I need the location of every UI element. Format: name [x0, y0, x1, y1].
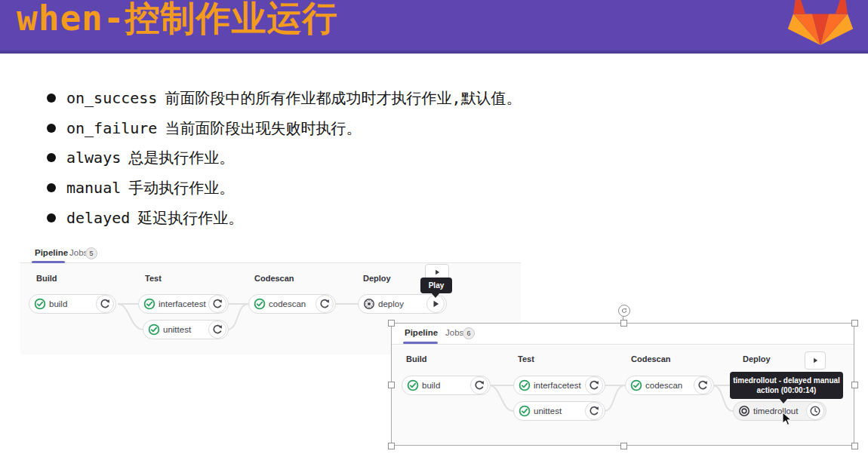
- resize-handle-bottom-right[interactable]: [851, 443, 858, 449]
- bullet-keyword: always: [66, 149, 121, 167]
- timer-button[interactable]: [806, 402, 824, 420]
- play-icon: [432, 268, 442, 277]
- job-name: interfacetest: [155, 299, 208, 308]
- success-icon: [143, 298, 155, 310]
- tooltip-line1: timedrollout - delayed manual: [733, 376, 840, 385]
- bullet-text: 前面阶段中的所有作业都成功时才执行作业,默认值。: [165, 88, 521, 109]
- scheduled-job-icon: [738, 405, 750, 417]
- tab-jobs-2[interactable]: Jobs: [445, 328, 463, 337]
- bullet-dot: [47, 183, 56, 192]
- bullet-text: 延迟执行作业。: [137, 208, 243, 228]
- success-icon: [148, 324, 160, 336]
- retry-button[interactable]: [470, 376, 488, 394]
- bullet-text: 总是执行作业。: [128, 148, 234, 168]
- resize-handle-top-right[interactable]: [851, 320, 858, 327]
- jobs-count-badge: 5: [85, 247, 97, 259]
- success-icon: [407, 379, 419, 391]
- page-title: when-控制作业运行: [17, 0, 337, 42]
- bullet-dot: [47, 213, 56, 222]
- mouse-cursor-icon: [782, 412, 794, 427]
- stage-label-build-2: Build: [406, 354, 427, 363]
- retry-button[interactable]: [694, 376, 712, 394]
- retry-icon: [99, 298, 111, 310]
- job-pill-codescan[interactable]: codescan: [248, 294, 336, 314]
- rotate-handle[interactable]: [618, 305, 630, 317]
- play-icon: [811, 356, 820, 365]
- resize-handle-mid-left[interactable]: [388, 382, 395, 388]
- retry-icon: [211, 324, 223, 336]
- job-pill-interfacetest[interactable]: interfacetest: [138, 294, 229, 314]
- bullet-dot: [47, 124, 56, 133]
- list-item: always 总是执行作业。: [47, 148, 234, 167]
- job-name: timedrollout: [750, 406, 806, 416]
- job-pill-codescan-2[interactable]: codescan: [625, 376, 714, 395]
- bullet-dot: [47, 94, 56, 103]
- stage-play-button-2[interactable]: [805, 351, 826, 370]
- job-pill-timedrollout[interactable]: timedrollout: [733, 401, 826, 421]
- play-tooltip: Play: [420, 278, 452, 293]
- retry-button[interactable]: [96, 295, 114, 313]
- header-bar: when-控制作业运行: [0, 0, 868, 54]
- job-name: build: [46, 299, 96, 308]
- tooltip-line2: action (00:00:14): [757, 385, 817, 395]
- job-name: unittest: [531, 406, 585, 416]
- success-icon: [519, 379, 531, 391]
- success-icon: [254, 298, 266, 310]
- stage-label-codescan-2: Codescan: [631, 354, 671, 363]
- job-name: build: [419, 381, 470, 390]
- success-icon: [630, 379, 642, 391]
- resize-handle-bottom-left[interactable]: [388, 443, 395, 449]
- bullet-dot: [47, 153, 56, 162]
- job-pill-build[interactable]: build: [29, 294, 116, 314]
- jobs-count-badge-2: 6: [463, 327, 475, 339]
- retry-button[interactable]: [208, 295, 226, 313]
- job-pill-interfacetest-2[interactable]: interfacetest: [513, 376, 605, 395]
- gitlab-logo-icon: [786, 0, 854, 47]
- active-tab-underline-2: [403, 342, 438, 344]
- resize-handle-top-center[interactable]: [620, 320, 627, 327]
- bullet-text: 手动执行作业。: [128, 178, 234, 198]
- job-name: interfacetest: [531, 381, 585, 390]
- resize-handle-bottom-center[interactable]: [620, 443, 627, 449]
- retry-icon: [697, 379, 709, 391]
- retry-icon: [211, 298, 223, 310]
- tooltip-arrow-2: [779, 398, 788, 403]
- retry-icon: [319, 298, 331, 310]
- bullet-keyword: delayed: [66, 209, 130, 227]
- list-item: manual 手动执行作业。: [47, 178, 234, 198]
- retry-icon: [588, 405, 600, 417]
- tab-pipeline[interactable]: Pipeline: [35, 248, 68, 257]
- stage-label-codescan: Codescan: [254, 274, 294, 283]
- retry-button[interactable]: [315, 295, 334, 313]
- retry-icon: [588, 379, 600, 391]
- success-icon: [34, 298, 46, 310]
- job-name: codescan: [642, 381, 694, 390]
- retry-icon: [473, 379, 485, 391]
- bullet-keyword: on_success: [66, 89, 157, 107]
- stage-label-test: Test: [145, 274, 162, 283]
- job-pill-unittest-2[interactable]: unittest: [513, 401, 605, 421]
- retry-button[interactable]: [208, 321, 226, 339]
- stage-label-test-2: Test: [518, 354, 534, 363]
- list-item: on_failure 当前面阶段出现失败时执行。: [47, 118, 361, 138]
- play-icon: [429, 298, 442, 310]
- retry-button[interactable]: [585, 402, 603, 420]
- job-pill-unittest[interactable]: unittest: [143, 320, 229, 339]
- resize-handle-top-left[interactable]: [388, 320, 395, 327]
- manual-job-icon: [363, 298, 375, 310]
- tab-pipeline-2[interactable]: Pipeline: [405, 328, 438, 337]
- resize-handle-mid-right[interactable]: [851, 382, 858, 388]
- stage-label-deploy-2: Deploy: [743, 354, 771, 363]
- list-item: on_success 前面阶段中的所有作业都成功时才执行作业,默认值。: [47, 88, 521, 108]
- list-item: delayed 延迟执行作业。: [47, 208, 243, 228]
- job-pill-build-2[interactable]: build: [402, 376, 491, 395]
- tooltip-arrow: [431, 293, 440, 298]
- success-icon: [519, 405, 531, 417]
- bullet-keyword: on_failure: [66, 119, 157, 137]
- rotate-icon: [620, 307, 628, 314]
- tooltip-text: Play: [429, 281, 445, 290]
- stage-label-build: Build: [36, 274, 57, 283]
- retry-button[interactable]: [585, 376, 603, 394]
- bullet-text: 当前面阶段出现失败时执行。: [165, 118, 361, 139]
- bullet-keyword: manual: [66, 179, 121, 197]
